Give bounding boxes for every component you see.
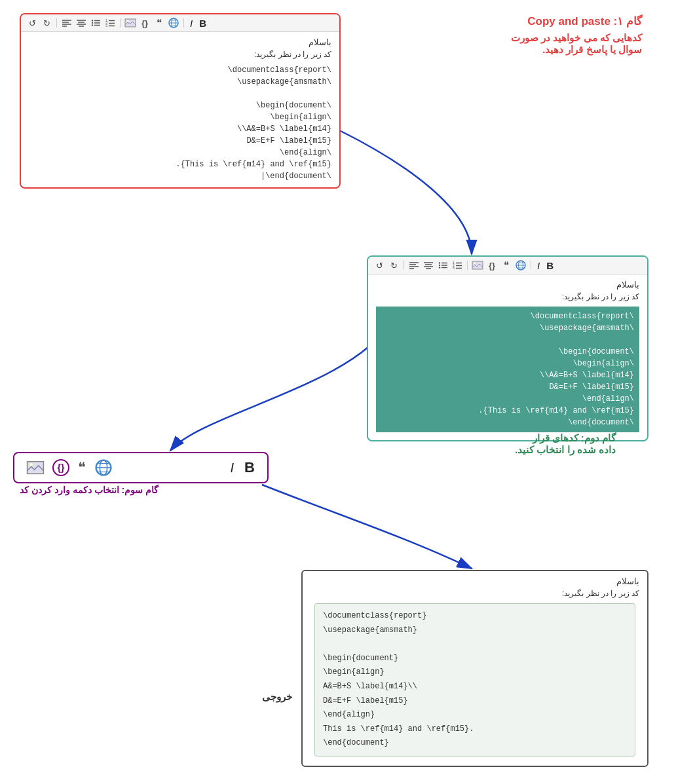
code-bracket-icon-2[interactable]: {} (486, 259, 498, 271)
bold-button[interactable]: B (197, 18, 208, 29)
step1-sub1: کدهایی که می خواهید در صورت (367, 32, 642, 44)
list-ul-icon[interactable] (90, 17, 102, 29)
step1-editor-content: باسلام کد زیر را در نظر بگیرید: \documen… (21, 32, 339, 187)
step3-editor-label: باسلام (310, 576, 639, 586)
globe-icon-3[interactable] (94, 458, 113, 477)
step1-editor-sublabel: کد زیر را در نظر بگیرید: (29, 50, 331, 59)
svg-point-36 (439, 262, 440, 263)
code-bracket-highlighted-icon[interactable]: {} (52, 459, 69, 476)
step3-toolbar-box: {} ❝ I B (13, 452, 269, 483)
italic-button[interactable]: I (188, 18, 195, 29)
italic-button-3[interactable]: I (229, 460, 236, 476)
redo-icon-2[interactable]: ↻ (388, 259, 400, 271)
undo-icon[interactable]: ↺ (26, 17, 38, 29)
output-label-text: خروجی (262, 691, 292, 702)
svg-text:3.: 3. (105, 24, 108, 27)
undo-icon-2[interactable]: ↺ (373, 259, 385, 271)
step3-label-text: گام سوم: انتخاب دکمه وارد کردن کد (20, 485, 159, 495)
italic-button-2[interactable]: I (535, 260, 542, 271)
svg-point-49 (474, 263, 476, 265)
step3-output-code: \documentclass{report}\usepackage{amsmat… (314, 603, 635, 756)
svg-point-22 (127, 20, 129, 22)
svg-point-11 (92, 22, 93, 24)
step2-editor-sublabel: کد زیر را در نظر بگیرید: (376, 292, 639, 301)
bold-button-3[interactable]: B (242, 459, 257, 476)
step1-editor-label: باسلام (29, 37, 331, 47)
step1-title: گام ۱: Copy and paste (367, 14, 642, 28)
list-ol-icon-2[interactable]: 1.2.3. (451, 259, 463, 271)
step2-editor-box: ↺ ↻ 1.2.3. {} ❝ I (367, 255, 648, 441)
list-ol-icon[interactable]: 1.2.3. (104, 17, 116, 29)
quote-icon-2[interactable]: ❝ (500, 259, 512, 271)
svg-text:3.: 3. (453, 266, 455, 269)
sep3 (183, 18, 184, 28)
svg-point-9 (92, 20, 93, 21)
image-icon-2[interactable] (472, 259, 483, 271)
step3-output-content: باسلام کد زیر را در نظر بگیرید: \documen… (303, 571, 647, 766)
align-left-icon-2[interactable] (408, 259, 420, 271)
svg-point-56 (29, 463, 33, 466)
redo-icon[interactable]: ↻ (41, 17, 52, 29)
step3-output-box: باسلام کد زیر را در نظر بگیرید: \documen… (301, 570, 648, 767)
step3-toolbar-label: گام سوم: انتخاب دکمه وارد کردن کد (20, 485, 159, 495)
align-center-icon[interactable] (75, 17, 87, 29)
globe-icon[interactable] (168, 17, 179, 29)
svg-point-40 (439, 267, 440, 268)
sep5 (467, 261, 468, 270)
step1-code: \documentclass{report\\usepackage{amsmat… (29, 64, 331, 182)
step2-label: گام دوم: کدهای قرار داده شده را انتخاب ک… (367, 432, 616, 456)
step3-editor-sublabel: کد زیر را در نظر بگیرید: (310, 589, 639, 598)
step2-label-line1: گام دوم: کدهای قرار (367, 432, 616, 444)
step1-editor-box: ↺ ↻ 1.2.3. {} ❝ (20, 13, 341, 189)
align-left-icon[interactable] (61, 17, 73, 29)
image-icon-3[interactable] (25, 458, 46, 477)
step2-toolbar: ↺ ↻ 1.2.3. {} ❝ I (368, 257, 647, 274)
step2-editor-label: باسلام (376, 280, 639, 289)
quote-icon-3[interactable]: ❝ (76, 462, 88, 474)
step2-editor-content: باسلام کد زیر را در نظر بگیرید: \documen… (368, 274, 647, 440)
sep4 (404, 261, 404, 270)
image-icon[interactable] (124, 17, 136, 29)
svg-point-13 (92, 24, 93, 26)
code-bracket-icon[interactable]: {} (139, 17, 151, 29)
bold-button-2[interactable]: B (544, 260, 555, 271)
quote-icon[interactable]: ❝ (153, 17, 165, 29)
sep6 (531, 261, 531, 270)
list-ul-icon-2[interactable] (437, 259, 449, 271)
step1-label: گام ۱: Copy and paste کدهایی که می خواهی… (367, 14, 642, 56)
sep1 (56, 18, 57, 28)
step1-sub2: سوال یا پاسخ قرار دهید. (367, 44, 642, 56)
svg-point-38 (439, 265, 440, 266)
align-center-icon-2[interactable] (423, 259, 434, 271)
globe-icon-2[interactable] (515, 259, 527, 271)
sep2 (120, 18, 121, 28)
page-container: گام ۱: Copy and paste کدهایی که می خواهی… (0, 0, 676, 784)
step1-toolbar: ↺ ↻ 1.2.3. {} ❝ (21, 14, 339, 32)
step2-code-selected: \documentclass{report\\usepackage{amsmat… (376, 307, 639, 432)
step2-label-line2: داده شده را انتخاب کنید. (367, 444, 616, 456)
output-label: خروجی (262, 691, 292, 703)
